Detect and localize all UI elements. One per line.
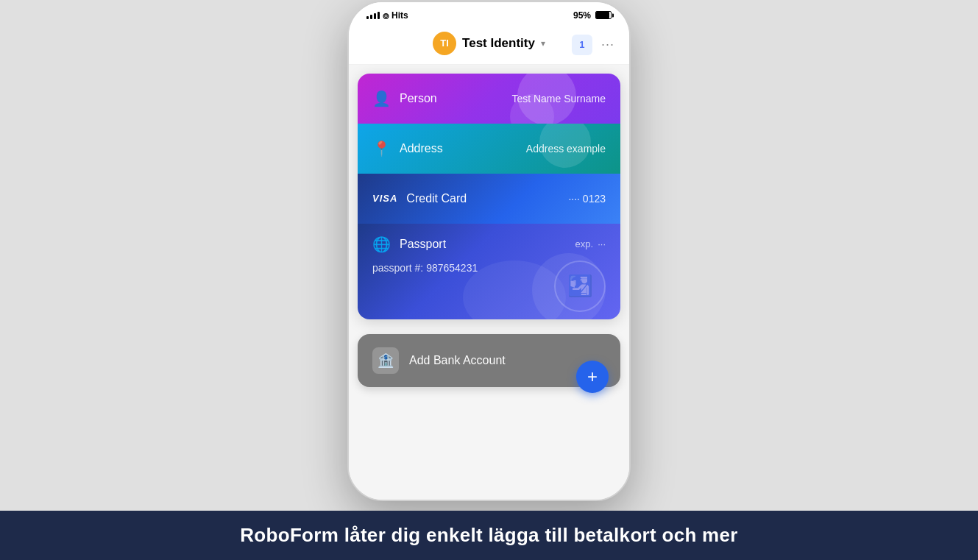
banner-text: RoboForm låter dig enkelt lägga till bet… [240,524,737,546]
credit-card-number: ···· 0123 [568,193,606,205]
credit-card[interactable]: VISA Credit Card ···· 0123 [358,174,620,224]
status-bar-right: 95% [573,10,612,21]
person-card-label: Person [400,92,437,105]
add-bank-account-card[interactable]: 🏦 Add Bank Account + [358,334,620,387]
cards-stack: 👤 Person Test Name Surname 📍 Address Add… [358,74,620,319]
status-bar-left: ⌾ Hits [366,10,408,21]
passport-card-header: 🌐 Passport exp. ··· [372,235,606,253]
battery-percentage: 95% [573,10,591,21]
passport-expiry-value: ··· [598,238,606,249]
phone-frame: ⌾ Hits 95% TI Test Identity ▾ [347,1,631,501]
battery-icon [595,11,612,19]
passport-icon: 🌐 [372,235,391,253]
passport-book-decoration: 🛂 [554,260,606,312]
location-icon: 📍 [372,140,391,157]
address-card[interactable]: 📍 Address Address example [358,124,620,174]
plus-icon: + [587,366,598,387]
person-card-value: Test Name Surname [511,93,606,104]
header-actions: 1 ··· [572,35,614,55]
address-card-label: Address [400,142,443,155]
wifi-icon: ⌾ [383,10,389,21]
chevron-down-icon[interactable]: ▾ [541,38,545,49]
carrier-name: Hits [391,10,408,21]
person-icon: 👤 [372,90,391,107]
bank-icon: 🏦 [372,347,399,374]
address-card-left: 📍 Address [372,140,443,157]
items-count-badge[interactable]: 1 [572,35,592,55]
phone-content: 👤 Person Test Name Surname 📍 Address Add… [349,65,629,500]
add-bank-label: Add Bank Account [409,354,506,367]
address-card-value: Address example [526,143,606,155]
passport-expiry-label: exp. [575,238,594,249]
person-card[interactable]: 👤 Person Test Name Surname [358,74,620,124]
outer-wrapper: ⌾ Hits 95% TI Test Identity ▾ [0,0,978,560]
identity-title: Test Identity [462,36,535,51]
header-center: TI Test Identity ▾ [433,32,545,55]
identity-avatar: TI [433,32,456,55]
signal-icon [366,12,380,19]
app-header: TI Test Identity ▾ 1 ··· [349,26,629,65]
visa-brand-icon: VISA [372,193,397,204]
status-bar: ⌾ Hits 95% [349,2,629,26]
person-card-left: 👤 Person [372,90,437,107]
passport-card-label: Passport [400,238,446,251]
more-options-button[interactable]: ··· [601,37,614,52]
passport-number-value: 987654231 [426,262,478,274]
passport-card-left: 🌐 Passport [372,235,446,253]
credit-card-label: Credit Card [406,192,467,205]
credit-card-left: VISA Credit Card [372,192,467,205]
add-fab-button[interactable]: + [576,361,609,393]
passport-number-label: passport #: [372,262,423,274]
passport-card[interactable]: 🌐 Passport exp. ··· passport #: 98765423… [358,224,620,319]
bottom-banner: RoboForm låter dig enkelt lägga till bet… [0,511,978,560]
